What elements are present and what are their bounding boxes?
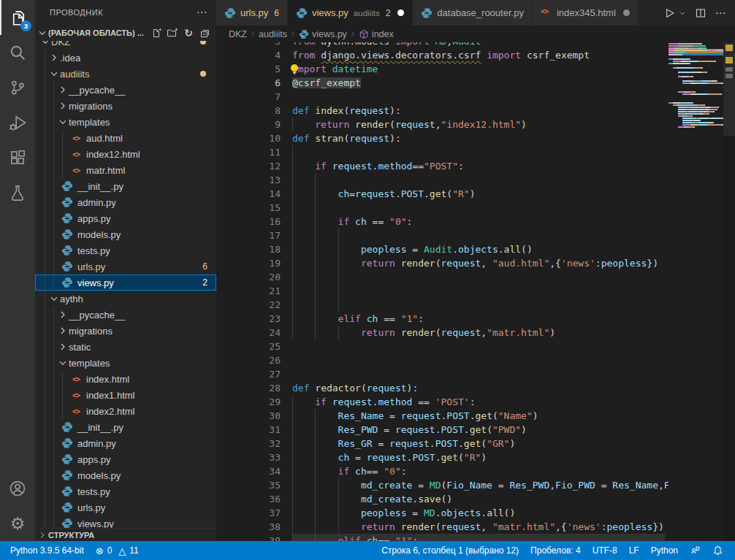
code-line-35[interactable]: 35md_create = MD(Fio_Name = Res_PWD,Fio_…: [216, 478, 735, 492]
activity-testing[interactable]: [0, 175, 35, 210]
tree-item-tests-py[interactable]: tests.py: [35, 242, 216, 258]
status-notifications[interactable]: [707, 541, 729, 560]
vertical-scrollbar[interactable]: [723, 42, 735, 136]
status-encoding[interactable]: UTF-8: [587, 541, 623, 560]
activity-source-control[interactable]: [0, 70, 35, 105]
code-line-20[interactable]: 20: [216, 270, 735, 284]
horizontal-scrollbar[interactable]: [292, 534, 665, 541]
code-line-16[interactable]: 16if ch == "0":: [216, 215, 735, 229]
code-line-6[interactable]: 6@csrf_exempt: [216, 76, 735, 90]
workspace-section-header[interactable]: (РАБОЧАЯ ОБЛАСТЬ) ... ↻: [35, 25, 216, 41]
code-line-34[interactable]: 34if ch== "0":: [216, 464, 735, 478]
outline-section-header[interactable]: СТРУКТУРА: [35, 528, 216, 541]
code-line-19[interactable]: 19return render(request, "aud.html",{'ne…: [216, 256, 735, 270]
code-line-26[interactable]: 26: [216, 353, 735, 367]
split-editor-icon[interactable]: [695, 7, 707, 19]
tree-item-templates[interactable]: templates: [35, 355, 216, 371]
status-cursor-position[interactable]: Строка 6, столбец 1 (выбрано 12): [376, 541, 525, 560]
code-line-15[interactable]: 15: [216, 201, 735, 215]
tree-item-admin-py[interactable]: admin.py: [35, 435, 216, 451]
tab-urls-py[interactable]: urls.py6: [216, 0, 287, 26]
tree-item-views-py[interactable]: views.py2: [35, 275, 216, 291]
tree-item-static[interactable]: static: [35, 339, 216, 355]
tree-item-aythh[interactable]: aythh: [35, 291, 216, 307]
code-editor[interactable]: 3from aythh.models import MD,Audit4from …: [216, 42, 735, 541]
chevron-down-icon[interactable]: [678, 7, 687, 19]
breadcrumb-item-views-py[interactable]: views.py: [299, 29, 347, 39]
tree-item-idea[interactable]: .idea: [35, 50, 216, 66]
code-line-17[interactable]: 17: [216, 229, 735, 242]
code-line-23[interactable]: 23elif ch == "1":: [216, 312, 735, 326]
code-line-13[interactable]: 13: [216, 173, 735, 187]
code-line-32[interactable]: 32Res_GR = request.POST.get("GR"): [216, 437, 735, 450]
code-line-37[interactable]: 37peopless = MD.objects.all(): [216, 506, 735, 520]
code-line-18[interactable]: 18peopless = Audit.objects.all(): [216, 242, 735, 256]
code-line-3[interactable]: 3from aythh.models import MD,Audit: [216, 42, 735, 48]
activity-extensions[interactable]: [0, 140, 35, 175]
more-actions-icon[interactable]: ⋯: [715, 7, 726, 19]
dirty-indicator-icon[interactable]: [397, 9, 404, 16]
code-line-22[interactable]: 22: [216, 298, 735, 312]
tree-item-audiiits[interactable]: audiiits: [35, 66, 216, 82]
code-line-4[interactable]: 4from django.views.decorators.csrf impor…: [216, 48, 735, 62]
code-line-31[interactable]: 31Res_PWD = request.POST.get("PWD"): [216, 423, 735, 437]
minimap[interactable]: [669, 42, 723, 541]
status-language-mode[interactable]: Python: [645, 541, 684, 560]
code-line-38[interactable]: 38return render(request, "matr.html",{'n…: [216, 520, 735, 534]
run-icon[interactable]: [663, 7, 675, 19]
tree-item-pycache[interactable]: __pycache__: [35, 307, 216, 323]
activity-explorer[interactable]: 3: [0, 0, 35, 35]
code-line-27[interactable]: 27: [216, 367, 735, 381]
code-line-9[interactable]: 9return render(request,"index12.html"): [216, 118, 735, 131]
tree-item-apps-py[interactable]: apps.py: [35, 210, 216, 226]
code-line-7[interactable]: 7: [216, 90, 735, 104]
new-folder-icon[interactable]: [167, 27, 178, 39]
tree-item-admin-py[interactable]: admin.py: [35, 194, 216, 210]
code-line-12[interactable]: 12if request.method=="POST":: [216, 159, 735, 173]
tree-item-apps-py[interactable]: apps.py: [35, 451, 216, 467]
code-line-5[interactable]: 5import datetime: [216, 62, 735, 76]
tree-item-migrations[interactable]: migrations: [35, 323, 216, 339]
code-line-14[interactable]: 14ch=request.POST.get("R"): [216, 187, 735, 201]
activity-search[interactable]: [0, 35, 35, 70]
collapse-all-icon[interactable]: [199, 27, 210, 39]
tree-item-urls-py[interactable]: urls.py: [35, 499, 216, 515]
status-feedback[interactable]: [684, 541, 707, 560]
status-indentation[interactable]: Пробелов: 4: [525, 541, 587, 560]
tab-database-roouter-py[interactable]: database_roouter.py: [413, 0, 532, 26]
activity-account[interactable]: [0, 471, 35, 506]
code-line-21[interactable]: 21: [216, 284, 735, 298]
tab-views-py[interactable]: views.pyaudiiits2: [288, 0, 412, 26]
code-line-30[interactable]: 30Res_Name = request.POST.get("Name"): [216, 409, 735, 423]
status-eol[interactable]: LF: [623, 541, 645, 560]
code-line-10[interactable]: 10def stran(request):: [216, 131, 735, 145]
refresh-icon[interactable]: ↻: [183, 27, 194, 39]
tree-item-views-py[interactable]: views.py: [35, 515, 216, 529]
code-line-11[interactable]: 11: [216, 145, 735, 159]
code-line-36[interactable]: 36md_create.save(): [216, 492, 735, 506]
breadcrumb-item-dkz[interactable]: DKZ: [229, 29, 247, 39]
tree-item-pycache[interactable]: __pycache__: [35, 82, 216, 98]
dirty-indicator-icon[interactable]: [623, 9, 630, 16]
tree-item-migrations[interactable]: migrations: [35, 98, 216, 114]
tree-item-dkz[interactable]: DKZ: [35, 41, 216, 50]
code-line-29[interactable]: 29if request.method == 'POST':: [216, 395, 735, 409]
tree-item-models-py[interactable]: models.py: [35, 467, 216, 483]
tree-item-urls-py[interactable]: urls.py6: [35, 258, 216, 275]
code-line-24[interactable]: 24return render(request,"matr.html"): [216, 326, 735, 340]
new-file-icon[interactable]: [151, 27, 162, 39]
code-line-25[interactable]: 25: [216, 340, 735, 353]
breadcrumb-item-index[interactable]: index: [359, 29, 394, 39]
python-version[interactable]: Python 3.9.5 64-bit: [4, 541, 90, 560]
tab-index345-html[interactable]: <>index345.html: [533, 0, 638, 26]
tree-item-templates[interactable]: templates: [35, 114, 216, 130]
code-line-8[interactable]: 8def index(request):: [216, 104, 735, 118]
tree-item-init-py[interactable]: __init__.py: [35, 178, 216, 194]
tree-item-tests-py[interactable]: tests.py: [35, 483, 216, 499]
tree-item-models-py[interactable]: models.py: [35, 226, 216, 242]
more-actions-icon[interactable]: ⋯: [197, 6, 208, 19]
lightbulb-icon[interactable]: [289, 64, 300, 75]
code-line-33[interactable]: 33ch = request.POST.get("R"): [216, 450, 735, 464]
activity-run-debug[interactable]: [0, 105, 35, 140]
problems-indicator[interactable]: ⊗ 0 △ 11: [90, 541, 145, 560]
